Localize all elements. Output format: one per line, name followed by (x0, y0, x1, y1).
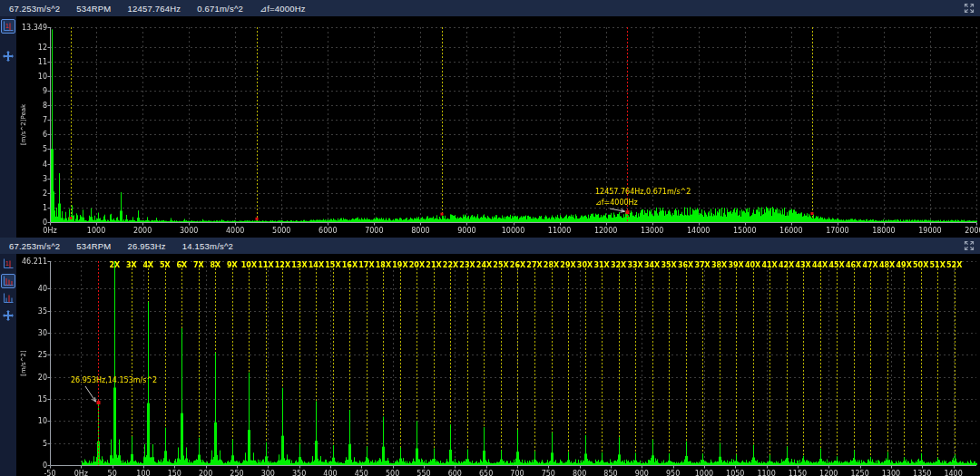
speed-rpm-value: 534RPM (76, 4, 111, 14)
chart-area-top: 1 (0, 16, 980, 238)
speed-rpm-value: 534RPM (76, 241, 111, 251)
delta-f-value: ⊿f=4000Hz (260, 4, 306, 14)
cursor-frequency-value: 26.953Hz (127, 241, 165, 251)
chart-area-bottom: 1 (0, 254, 980, 476)
overall-level-value: 67.253m/s^2 (9, 241, 60, 251)
pane-header-top: 67.253m/s^2 534RPM 12457.764Hz 0.671m/s^… (0, 0, 980, 16)
expand-pane-icon[interactable] (964, 3, 975, 14)
pan-tool[interactable] (1, 49, 15, 63)
spectrum-pane-bottom: 67.253m/s^2 534RPM 26.953Hz 14.153m/s^2 … (0, 238, 980, 476)
spectrum-pane-top: 67.253m/s^2 534RPM 12457.764Hz 0.671m/s^… (0, 0, 980, 238)
svg-text:1: 1 (5, 22, 9, 30)
pan-tool[interactable] (1, 308, 15, 323)
single-cursor-tool[interactable]: 1 (1, 19, 15, 34)
pan-move-icon (2, 309, 15, 322)
overall-level-value: 67.253m/s^2 (9, 4, 60, 14)
cursor-toolbar-bottom: 1 (0, 254, 16, 476)
pan-move-icon (2, 50, 15, 63)
harmonic-cursor-icon (2, 275, 15, 287)
harmonic-cursor-tool[interactable] (1, 274, 15, 288)
pane-header-bottom: 67.253m/s^2 534RPM 26.953Hz 14.153m/s^2 (0, 238, 980, 254)
spectrum-canvas-bottom[interactable] (16, 254, 980, 476)
cursor-toolbar-top: 1 (0, 16, 16, 238)
cursor-frequency-value: 12457.764Hz (127, 4, 181, 14)
cursor-amplitude-value: 0.671m/s^2 (197, 4, 243, 14)
svg-text:1: 1 (5, 259, 9, 267)
cursor-amplitude-value: 14.153m/s^2 (182, 241, 233, 251)
single-cursor-icon: 1 (2, 20, 15, 33)
spectrum-canvas-top[interactable] (16, 16, 980, 238)
sideband-cursor-icon (2, 292, 15, 305)
vibration-analyzer-window: 67.253m/s^2 534RPM 12457.764Hz 0.671m/s^… (0, 0, 980, 476)
single-cursor-tool[interactable]: 1 (1, 257, 15, 271)
single-cursor-icon: 1 (2, 257, 15, 270)
expand-pane-icon[interactable] (964, 240, 975, 251)
sideband-cursor-tool[interactable] (1, 291, 15, 306)
